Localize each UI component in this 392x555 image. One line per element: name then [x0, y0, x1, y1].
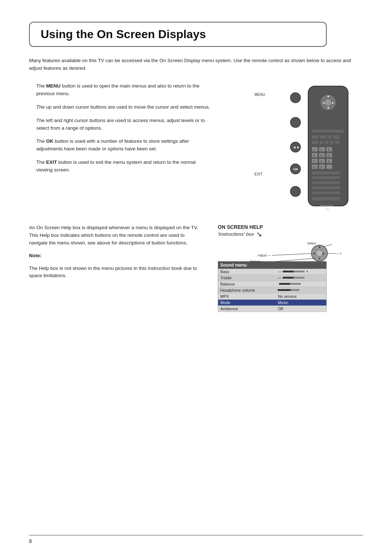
svg-text:◄: ◄	[312, 252, 315, 255]
row-label: Ambience	[218, 305, 274, 312]
instructions-box-label: 'Instructions' box	[218, 231, 254, 237]
svg-text:Select: Select	[307, 242, 317, 245]
row-value	[274, 281, 326, 287]
remote-svg-wrapper: MENU EXIT	[254, 82, 355, 213]
desc-updown-block: The up and down cursor buttons are used …	[29, 104, 211, 111]
table-row: Mode Music	[218, 299, 327, 305]
svg-text:5: 5	[320, 154, 322, 157]
page-container: Using the On Screen Displays Many featur…	[0, 0, 392, 555]
bold-ok: OK	[46, 138, 53, 144]
page-title: Using the On Screen Displays	[41, 28, 315, 41]
svg-rect-20	[312, 141, 318, 144]
svg-text:◄: ◄	[293, 145, 296, 149]
svg-rect-16	[312, 135, 318, 139]
row-label: Treble	[218, 275, 274, 281]
svg-text:9: 9	[328, 160, 330, 163]
svg-rect-49	[312, 176, 340, 179]
row-value: Music	[274, 299, 326, 305]
svg-text:1: 1	[313, 148, 315, 151]
sound-menu-table: Sound menu Bass —	[218, 261, 327, 312]
remote-svg: ◄ ► OK ▲ ▼ ◄ ►	[275, 82, 355, 213]
remote-side-labels: MENU EXIT	[254, 82, 273, 176]
row-value: Off	[274, 305, 326, 312]
svg-rect-22	[325, 141, 328, 144]
svg-rect-19	[333, 135, 339, 139]
svg-text:►: ►	[331, 101, 335, 105]
page-footer: 8	[29, 535, 363, 544]
desc-menu-block: The MENU button is used to open the main…	[29, 82, 211, 98]
svg-rect-48	[312, 171, 340, 174]
help-right: ON SCREEN HELP 'Instructions' box ➘ ▲ ▼ …	[218, 224, 341, 312]
help-intro-text: An On Screen Help box is displayed whene…	[29, 224, 203, 247]
remote-section: The MENU button is used to open the main…	[29, 82, 363, 213]
page-number: 8	[29, 538, 32, 544]
svg-rect-47	[326, 165, 332, 169]
svg-rect-24	[335, 141, 339, 144]
table-row: Bass — +	[218, 269, 327, 275]
left-descriptions: The MENU button is used to open the main…	[29, 82, 247, 213]
svg-rect-15	[312, 130, 344, 133]
remote-label-exit: EXIT	[254, 172, 273, 176]
svg-text:▼: ▼	[318, 257, 321, 260]
svg-text:►: ►	[322, 252, 326, 255]
svg-text:TV: TV	[326, 208, 329, 211]
row-value: —	[274, 275, 326, 281]
row-label: Mode	[218, 299, 274, 305]
help-section: An On Screen Help box is displayed whene…	[29, 224, 363, 312]
svg-rect-52	[312, 191, 340, 194]
svg-text:Panasonic: Panasonic	[320, 204, 333, 207]
svg-text:▲: ▲	[318, 245, 321, 248]
row-label: Headphone volume	[218, 287, 274, 293]
bold-menu: MENU	[46, 83, 61, 89]
table-row: MPX No service	[218, 293, 327, 299]
svg-text:Return —: Return —	[250, 260, 265, 263]
table-row: Ambience Off	[218, 305, 327, 312]
svg-rect-21	[320, 141, 323, 144]
svg-point-10	[324, 99, 332, 106]
desc-leftright-text: The left and right cursor buttons are us…	[36, 117, 211, 132]
row-value: — +	[274, 269, 326, 275]
row-value: No service	[274, 293, 326, 299]
svg-text:6: 6	[328, 154, 330, 157]
dpad-diagram: ▲ ▼ ◄ ► Select Adjust — Return —	[218, 242, 341, 263]
svg-line-62	[323, 244, 332, 247]
table-row: Headphone volume	[218, 287, 327, 293]
intro-paragraph: Many features available on this TV can b…	[29, 57, 363, 72]
svg-rect-50	[312, 181, 340, 184]
help-left: An On Screen Help box is displayed whene…	[29, 224, 211, 312]
desc-updown-text: The up and down cursor buttons are used …	[36, 104, 211, 111]
svg-point-1	[290, 117, 301, 127]
svg-text:OK: OK	[293, 167, 298, 171]
svg-text:◄: ◄	[322, 101, 325, 105]
table-row: Treble —	[218, 275, 327, 281]
table-row: Balance	[218, 281, 327, 287]
svg-text:4: 4	[313, 154, 315, 157]
on-screen-help-title: ON SCREEN HELP	[218, 224, 341, 230]
instructions-box-label-row: 'Instructions' box ➘	[218, 230, 341, 239]
arrow-icon: ➘	[256, 230, 262, 239]
note-text: The Help box is not shown in the menu pi…	[29, 265, 203, 280]
desc-leftright-block: The left and right cursor buttons are us…	[29, 117, 211, 132]
svg-text:0: 0	[320, 166, 322, 169]
svg-text:8: 8	[320, 160, 322, 163]
svg-text:Adjust —: Adjust —	[258, 254, 271, 257]
row-label: MPX	[218, 293, 274, 299]
desc-exit-block: The EXIT button is used to exit the menu…	[29, 159, 211, 174]
row-value	[274, 287, 326, 293]
svg-line-66	[276, 258, 315, 262]
row-label: Balance	[218, 281, 274, 287]
note-label: Note:	[29, 252, 203, 260]
dpad-svg: ▲ ▼ ◄ ► Select Adjust — Return —	[236, 242, 341, 263]
svg-point-57	[316, 250, 323, 256]
svg-text:2: 2	[320, 148, 322, 151]
svg-text:►: ►	[297, 145, 300, 149]
sound-menu-wrapper: Sound menu Bass —	[218, 261, 341, 312]
bold-exit: EXIT	[46, 159, 57, 165]
svg-text:C: C	[313, 166, 315, 169]
svg-rect-53	[312, 197, 340, 200]
svg-text:▲: ▲	[327, 94, 330, 98]
svg-point-0	[290, 93, 301, 103]
svg-text:7: 7	[313, 160, 315, 163]
remote-illustration-wrapper: MENU EXIT	[247, 82, 363, 213]
remote-label-menu: MENU	[254, 93, 273, 97]
